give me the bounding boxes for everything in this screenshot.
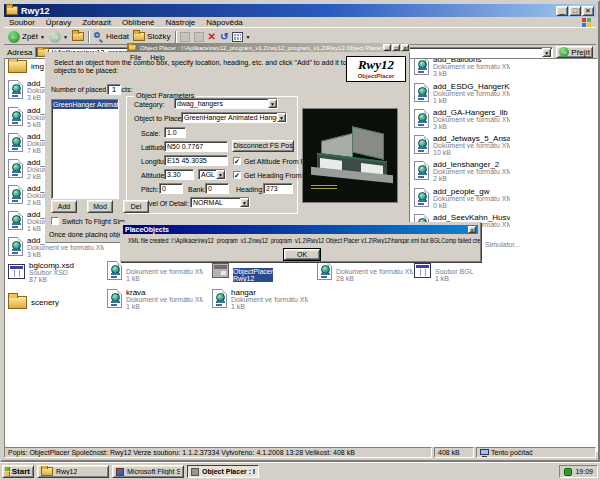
heading-field[interactable]: 273 — [263, 183, 293, 194]
file-name: add_lenshanger_2 — [433, 161, 510, 168]
altitude-unit-dropdown-icon[interactable]: ▼ — [216, 170, 225, 179]
object-dropdown-icon[interactable]: ▼ — [277, 113, 286, 122]
go-button[interactable]: → Přejít — [556, 46, 593, 58]
explorer-titlebar[interactable]: Rwy12 _ □ ✕ — [4, 4, 596, 17]
placed-objects-list[interactable]: GreenHanger Animated Hanger — [51, 99, 119, 199]
file-item-Dokument ve formátu XML[interactable]: Dokument ve formátu XML28 kB — [317, 261, 413, 282]
instructions-text: Select an object from the combo box, spe… — [54, 59, 384, 75]
file-item-add_people_gw[interactable]: add_people_gwDokument ve formátu XML0 kB — [414, 188, 510, 209]
file-size: 87 kB — [29, 276, 74, 283]
ok-button[interactable]: OK — [284, 249, 320, 260]
menu-item-6[interactable]: Nápověda — [206, 18, 242, 27]
file-item-ObjectPlacer[interactable]: ObjectPlacerRwy12 — [212, 261, 308, 282]
back-dropdown-icon[interactable]: ▼ — [40, 34, 45, 40]
del-button[interactable]: Del — [123, 200, 149, 213]
start-button[interactable]: Start — [2, 465, 34, 478]
maximize-button[interactable]: □ — [569, 6, 581, 16]
file-item-krava[interactable]: kravaDokument ve formátu XML1 kB — [107, 289, 203, 310]
switch-to-fs-label: Switch To Flight Sim — [62, 218, 125, 225]
mod-button[interactable]: Mod — [87, 200, 113, 213]
search-button[interactable]: Hledat — [93, 29, 129, 44]
menu-item-5[interactable]: Nástroje — [166, 18, 196, 27]
file-size: 10 kB — [433, 149, 510, 156]
category-dropdown-icon[interactable]: ▼ — [268, 99, 277, 108]
pitch-field[interactable]: 0 — [159, 183, 183, 194]
dialog-close-icon[interactable]: ✕ — [468, 226, 476, 233]
menu-item-4[interactable]: Oblíbené — [122, 18, 154, 27]
xml-document-icon — [414, 188, 429, 207]
file-item-add_Balloons[interactable]: add_BalloonsDokument ve formátu XML3 kB — [414, 58, 510, 77]
views-button[interactable]: ▼ — [232, 29, 250, 44]
get-heading-checkbox[interactable]: ✓ Get Heading From FS — [233, 171, 312, 179]
file-type: Dokument ve formátu XML — [336, 268, 413, 275]
menu-item-3[interactable]: Zobrazit — [82, 18, 111, 27]
object-placer-titlebar[interactable]: Object Placer : I:\Aplikace\rwy12_progra… — [127, 43, 410, 52]
up-button[interactable] — [72, 29, 84, 44]
file-item-bglcomp.xsd[interactable]: bglcomp.xsdSoubor XSD87 kB — [8, 262, 104, 283]
xml-document-icon — [212, 289, 227, 308]
delete-icon[interactable]: ✕ — [208, 31, 216, 42]
forward-dropdown-icon[interactable]: ▼ — [63, 34, 68, 40]
file-item-add_GA-Hangers_lib[interactable]: add_GA-Hangers_libDokument ve formátu XM… — [414, 109, 510, 130]
file-name: add_ESDG_HangerKit — [433, 83, 510, 90]
copy-to-icon[interactable] — [194, 32, 204, 42]
tray-app-icon[interactable] — [564, 468, 572, 476]
toolbar-separator — [175, 31, 176, 43]
file-item-add_ESDG_HangerKit[interactable]: add_ESDG_HangerKitDokument ve formátu XM… — [414, 83, 510, 104]
op-minimize-button[interactable]: _ — [383, 44, 391, 51]
close-button[interactable]: ✕ — [582, 6, 594, 16]
go-arrow-icon: → — [559, 47, 569, 57]
object-to-place-select[interactable]: GreenHanger Animated Hanger ▼ — [181, 112, 287, 123]
back-button[interactable]: ← Zpět ▼ — [8, 29, 45, 44]
checkbox-check-icon: ✓ — [233, 157, 241, 165]
task-label: Rwy12 — [56, 468, 77, 475]
file-item-add_Jetways_5_Ansari[interactable]: add_Jetways_5_AnsariDokument ve formátu … — [414, 135, 510, 156]
scale-field[interactable]: 1.0 — [164, 127, 186, 138]
minimize-button[interactable]: _ — [556, 6, 568, 16]
file-item-hangar[interactable]: hangarDokument ve formátu XML1 kB — [212, 289, 308, 310]
file-size: 1 kB — [126, 303, 203, 310]
longitude-field[interactable]: E15 45.3035 — [164, 155, 228, 166]
file-item-add_lenshanger_2[interactable]: add_lenshanger_2Dokument ve formátu XML2… — [414, 161, 510, 182]
address-dropdown-icon[interactable]: ▼ — [542, 48, 551, 57]
heading-label: Heading: — [236, 186, 264, 193]
category-select[interactable]: dwag_hangers ▼ — [174, 98, 278, 109]
views-dropdown-icon[interactable]: ▼ — [245, 34, 250, 40]
menu-item-2[interactable]: Úpravy — [46, 18, 71, 27]
altitude-unit-select[interactable]: AGL ▼ — [198, 169, 226, 180]
file-type: Dokument ve formátu XML — [433, 90, 510, 97]
move-to-icon[interactable] — [180, 32, 190, 42]
file-size: 1 kB — [433, 97, 510, 104]
taskbar-task-1[interactable]: Rwy12 — [37, 465, 109, 478]
folders-button[interactable]: Složky — [133, 29, 171, 44]
window-title: Rwy12 — [21, 6, 555, 16]
switch-to-fs-checkbox[interactable]: Switch To Flight Sim — [51, 217, 125, 225]
latitude-field[interactable]: N50 0.7767 — [164, 141, 228, 152]
start-flag-icon — [6, 467, 9, 476]
disconnect-fs-button[interactable]: Disconnect FS Pos — [232, 140, 294, 152]
undo-icon[interactable]: ↺ — [220, 32, 228, 42]
get-altitude-checkbox[interactable]: ✓ Get Altitude From FS — [233, 157, 309, 165]
placeobjects-titlebar[interactable]: PlaceObjects ✕ — [123, 225, 478, 234]
file-item-scenery[interactable]: scenery — [8, 293, 104, 309]
file-item-Soubor BGL[interactable]: Soubor BGL1 kB — [414, 261, 510, 282]
placed-objects-count: 1 — [107, 84, 121, 95]
lod-select[interactable]: NORMAL ▼ — [190, 197, 250, 208]
op-close-button[interactable]: ✕ — [401, 44, 409, 51]
menu-item-1[interactable]: Soubor — [9, 18, 35, 27]
taskbar-task-3[interactable]: Object Placer : I:\Ap... — [187, 465, 259, 478]
add-button[interactable]: Add — [51, 200, 77, 213]
application-icon — [212, 263, 229, 278]
taskbar-task-2[interactable]: Microsoft Flight Simulator ... — [112, 465, 184, 478]
lod-dropdown-icon[interactable]: ▼ — [240, 198, 249, 207]
file-item-Dokument ve formátu XML[interactable]: Dokument ve formátu XML1 kB — [107, 261, 203, 282]
placeobjects-dialog: PlaceObjects ✕ XML file created: I:\Apli… — [120, 222, 481, 262]
bank-field[interactable]: 0 — [205, 183, 229, 194]
forward-button[interactable]: → ▼ — [49, 29, 68, 44]
file-size: 2 kB — [433, 175, 510, 182]
list-item-selected[interactable]: GreenHanger Animated Hanger — [52, 100, 118, 109]
altitude-field[interactable]: 3.30 — [164, 169, 194, 180]
op-maximize-button[interactable]: □ — [392, 44, 400, 51]
file-type: Soubor BGL — [435, 268, 474, 275]
forward-icon: → — [49, 31, 61, 43]
